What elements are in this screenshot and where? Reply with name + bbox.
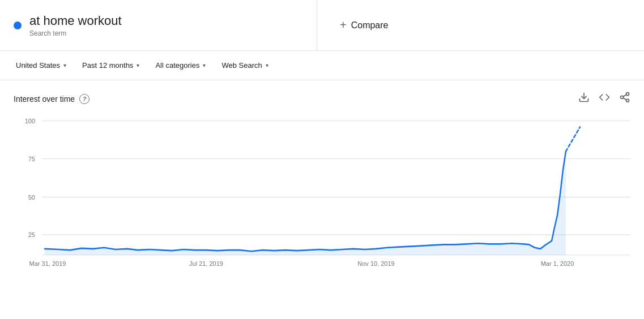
y-label-100: 100 [25,118,35,124]
location-label: United States [16,61,60,70]
time-range-label: Past 12 months [82,61,133,70]
embed-icon[interactable] [599,92,610,106]
x-label-jul2019: Jul 21, 2019 [189,260,223,267]
chart-svg: 100 75 50 25 Mar 31, 2019 Jul 21, 2019 N… [14,115,630,273]
x-label-mar2019: Mar 31, 2019 [29,260,66,267]
search-type-chevron-icon: ▾ [266,62,268,68]
y-label-75: 75 [28,155,35,162]
trend-area [45,152,566,255]
search-term-text: at home workout Search term [29,14,122,37]
location-filter[interactable]: United States ▾ [9,58,73,73]
chart-section: Interest over time ? [0,80,644,279]
search-term-section: at home workout Search term [0,0,317,50]
interest-over-time-chart: 100 75 50 25 Mar 31, 2019 Jul 21, 2019 N… [14,115,630,273]
chart-title-area: Interest over time ? [14,94,89,104]
x-label-mar2020: Mar 1, 2020 [541,260,574,267]
x-label-nov2019: Nov 10, 2019 [357,260,394,267]
search-type-filter[interactable]: Web Search ▾ [215,58,275,73]
y-label-25: 25 [28,231,35,238]
svg-line-4 [623,98,626,100]
download-icon[interactable] [578,92,590,106]
search-term-label: Search term [29,29,122,37]
chart-title: Interest over time [14,94,75,104]
search-type-label: Web Search [221,61,262,70]
chart-header: Interest over time ? [14,92,630,106]
svg-line-5 [623,94,626,96]
compare-plus-icon: + [340,19,347,32]
time-range-filter[interactable]: Past 12 months ▾ [75,58,146,73]
categories-filter[interactable]: All categories ▾ [148,58,212,73]
categories-chevron-icon: ▾ [203,62,206,68]
categories-label: All categories [155,61,199,70]
share-icon[interactable] [619,92,630,106]
trend-line [45,152,566,252]
compare-label: Compare [351,20,389,31]
header: at home workout Search term + Compare [0,0,644,51]
help-icon[interactable]: ? [79,94,89,104]
chart-actions [578,92,630,106]
dotted-trend-extension [566,127,580,152]
search-term-title: at home workout [29,14,122,28]
time-range-chevron-icon: ▾ [137,62,139,68]
search-term-dot [14,21,22,29]
y-label-50: 50 [28,193,35,200]
filters-bar: United States ▾ Past 12 months ▾ All cat… [0,51,644,80]
compare-section[interactable]: + Compare [317,0,411,50]
location-chevron-icon: ▾ [63,62,66,68]
